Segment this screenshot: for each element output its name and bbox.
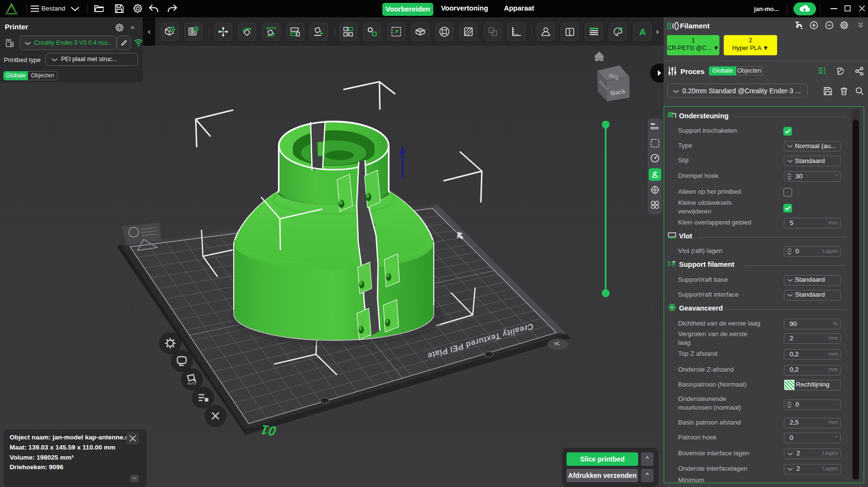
- svg-text:A: A: [639, 27, 646, 37]
- svg-text:AUTO: AUTO: [188, 382, 196, 385]
- svg-text:AUTO: AUTO: [266, 26, 276, 30]
